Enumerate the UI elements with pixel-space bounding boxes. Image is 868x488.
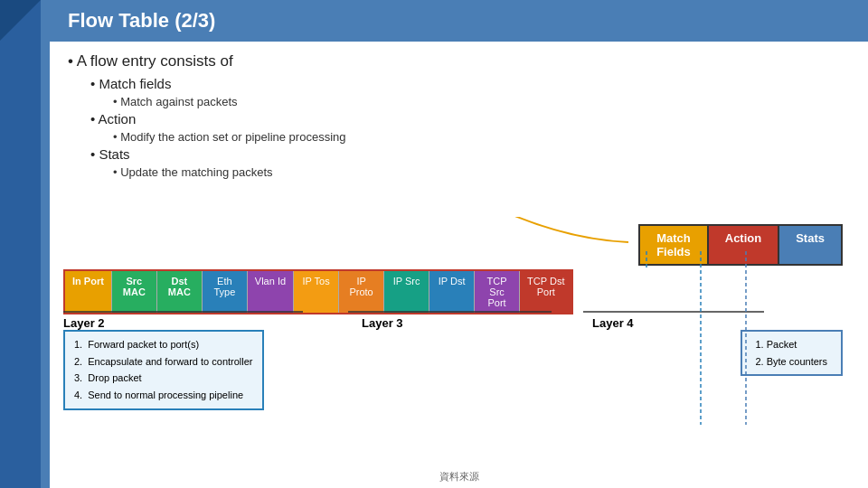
action-item-3: 3. Drop packet — [74, 370, 253, 387]
field-vlan-id: Vlan Id — [248, 271, 294, 313]
source-credit: 資料來源 — [50, 470, 868, 483]
stats-box-top: Stats — [778, 224, 843, 266]
field-table: In Port SrcMAC DstMAC EthType Vlan Id IP… — [63, 269, 573, 314]
field-eth-type: EthType — [203, 271, 248, 313]
triangle-accent — [0, 0, 41, 41]
page-title: Flow Table (2/3) — [68, 9, 215, 33]
stats-sub: Update the matching packets — [113, 165, 850, 179]
action-box: Action — [707, 224, 778, 266]
field-table-wrapper: In Port SrcMAC DstMAC EthType Vlan Id IP… — [63, 269, 854, 314]
field-ip-tos: IP Tos — [294, 271, 339, 313]
field-src-mac: SrcMAC — [112, 271, 157, 313]
field-ip-proto: IPProto — [339, 271, 384, 313]
action-list-box: 1. Forward packet to port(s) 2. Encapsul… — [63, 330, 264, 410]
action-item-4: 4. Send to normal processing pipeline — [74, 387, 253, 404]
stats-list-box: 1. Packet 2. Byte counters — [741, 330, 844, 376]
flow-boxes-container: MatchFields Action Stats — [638, 224, 843, 266]
match-fields-box: MatchFields — [638, 224, 707, 266]
field-tcp-src: TCPSrcPort — [475, 271, 520, 313]
main-bullet: A flow entry consists of — [68, 52, 850, 70]
stats-item-1: 1. Packet — [756, 336, 828, 353]
content-area: A flow entry consists of Match fields Ma… — [50, 42, 868, 192]
action-sub: Modify the action set or pipeline proces… — [113, 130, 850, 144]
title-bar: Flow Table (2/3) — [50, 0, 868, 42]
stats-heading: Stats — [90, 146, 850, 162]
field-ip-dst: IP Dst — [429, 271, 475, 313]
field-inport: In Port — [65, 271, 112, 313]
match-fields-heading: Match fields — [90, 76, 850, 91]
action-item-2: 2. Encapsulate and forward to controller — [74, 353, 253, 371]
layer4-label: Layer 4 — [592, 314, 634, 331]
action-heading: Action — [90, 111, 850, 127]
field-dst-mac: DstMAC — [157, 271, 203, 313]
layer2-label: Layer 2 — [63, 314, 105, 331]
diagram-area: MatchFields Action Stats In Port SrcMAC … — [50, 217, 868, 488]
field-ip-src: IP Src — [384, 271, 429, 313]
left-accent-bar — [0, 0, 41, 488]
layer3-label: Layer 3 — [362, 314, 403, 331]
field-tcp-dst: TCP DstPort — [520, 271, 571, 313]
stats-item-2: 2. Byte counters — [756, 353, 828, 371]
match-fields-sub: Match against packets — [113, 95, 850, 108]
main-content-area: Flow Table (2/3) A flow entry consists o… — [50, 0, 868, 488]
action-item-1: 1. Forward packet to port(s) — [74, 336, 253, 353]
